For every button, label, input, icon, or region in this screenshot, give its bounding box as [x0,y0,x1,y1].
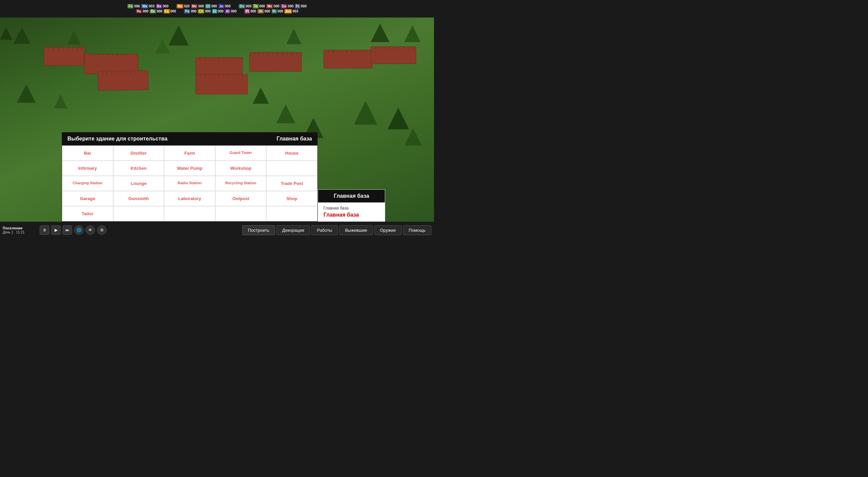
resource-badge: Me [191,4,198,8]
resource-item: Du000 [239,4,251,8]
build-item-lounge[interactable]: Lounge [113,176,164,191]
resource-item: Ju000 [218,4,230,8]
action-btn-выжившие[interactable]: Выжившие [339,225,373,235]
resource-item: Am003 [284,9,298,13]
resource-badge: Ri [272,9,277,13]
fast-forward-button[interactable]: ⏭ [63,225,72,235]
panel-main-label: Главная база [323,212,379,218]
build-item-empty [113,206,164,221]
build-item-distiller[interactable]: Distiller [113,146,164,161]
resource-badge: Cl [205,4,211,8]
resource-badge: Ba [156,4,162,8]
resource-badge: Be [150,9,156,13]
build-item-outpost[interactable]: Outpost [215,191,267,206]
build-item-tailor[interactable]: Tailor [62,206,113,221]
resource-value: 000 [246,4,252,8]
resource-item: Fr000 [295,4,307,8]
resource-badge: Pi [245,9,250,13]
build-menu-section: Главная база [277,136,312,142]
resource-badge: Al [225,9,230,13]
build-item-kitchen[interactable]: Kitchen [113,161,164,176]
settings-button[interactable]: ⚙ [97,225,106,235]
action-buttons: ПостроитьДекорацииРаботыВыжившиеОружиеПо… [242,225,431,235]
resource-value: 006 [134,4,140,8]
resource-value: 000 [265,9,270,13]
resource-item: Ma020 [177,4,190,8]
action-btn-оружие[interactable]: Оружие [374,225,402,235]
resource-value: 003 [292,9,298,13]
build-item-farm[interactable]: Farm [164,146,215,161]
build-menu-grid: BarDistillerFarmGuard TowerHouseInfirmar… [62,146,317,221]
resource-item: Ba000 [156,4,168,8]
build-item-guard-tower[interactable]: Guard Tower [215,146,267,161]
build-item-empty [164,206,215,221]
resource-value: 000 [274,4,279,8]
resource-value: 000 [163,4,168,8]
build-item-gunsmith[interactable]: Gunsmith [113,191,164,206]
resource-badge: Me [266,4,273,8]
resource-value: 000 [259,4,265,8]
resource-item: Fo006 [127,4,140,8]
resource-badge: Am [284,9,292,13]
resource-item: Ch000 [198,9,211,13]
resource-badge: Ge [281,4,287,8]
build-item-house[interactable]: House [266,146,317,161]
action-btn-построить[interactable]: Построить [242,225,275,235]
resource-value: 000 [288,4,293,8]
resource-item: Ge000 [281,4,293,8]
pause-button[interactable]: ⏸ [40,225,49,235]
resource-value: 000 [170,9,176,13]
build-item-radio-station[interactable]: Radio Station [164,176,215,191]
resource-badge: Ra [136,9,142,13]
build-item-water-pump[interactable]: Water Pump [164,161,215,176]
resource-value: 000 [205,9,211,13]
panel-section-title: Главная база [323,206,379,211]
resource-value: 000 [250,9,256,13]
build-item-trade-post[interactable]: Trade Post [266,176,317,191]
resource-row-1: Fo006Wa003Ba000Ma020Me000Cl000Ju000Du000… [3,4,431,8]
action-btn-работы[interactable]: Работы [311,225,338,235]
build-item-bar[interactable]: Bar [62,146,113,161]
map-button[interactable]: 🌐 [74,225,84,235]
resource-badge: El [212,9,217,13]
build-item-recycling-station[interactable]: Recycling Station [215,176,267,191]
action-btn-декорации[interactable]: Декорации [276,225,310,235]
right-panel-header: Главная база [318,190,385,202]
resource-badge: Du [239,4,245,8]
build-menu-title: Выберите здание для строительства [67,136,167,142]
bottom-bar: Поселение День 1 11:21 ⏸ ▶ ⏭ 🌐 👁 ⚙ Постр… [0,222,434,238]
build-item-empty [215,206,267,221]
settlement-day: День 1 11:21 [3,230,36,234]
right-panel: Главная база Главная база Главная база [318,189,385,222]
resource-value: 000 [191,9,196,13]
resource-badge: Wa [141,4,148,8]
build-item-charging-station[interactable]: Charging Station [62,176,113,191]
resource-value: 000 [143,9,149,13]
resource-badge: Ch [198,9,204,13]
resource-badge: Ma [177,4,183,8]
resource-value: 000 [198,4,204,8]
resource-item: Pi000 [245,9,256,13]
media-controls: ⏸ ▶ ⏭ 🌐 👁 ⚙ [40,225,106,235]
resource-item: Cl000 [205,4,217,8]
build-item-garage[interactable]: Garage [62,191,113,206]
action-btn-помощь[interactable]: Помощь [403,225,431,235]
resource-value: 000 [218,9,224,13]
resource-item: To000 [253,4,265,8]
resource-item: Ra000 [136,9,148,13]
resource-value: 000 [225,4,231,8]
build-item-empty [266,206,317,221]
play-button[interactable]: ▶ [51,225,61,235]
build-item-laboratory[interactable]: Laboratory [164,191,215,206]
resource-badge: Fo [127,4,133,8]
right-panel-content: Главная база Главная база [318,202,385,221]
resource-value: 020 [184,4,190,8]
resource-badge: Fr [295,4,300,8]
build-item-workshop[interactable]: Workshop [215,161,267,176]
build-item-shop[interactable]: Shop [266,191,317,206]
resource-item: Me000 [266,4,279,8]
build-item-infirmary[interactable]: Infirmary [62,161,113,176]
resource-value: 000 [301,4,307,8]
view-button[interactable]: 👁 [86,225,95,235]
resource-value: 000 [278,9,283,13]
